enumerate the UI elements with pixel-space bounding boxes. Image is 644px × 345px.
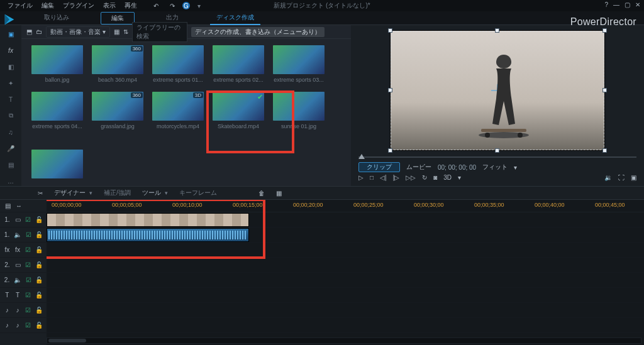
audio-lane-1[interactable] [47, 227, 644, 243]
loop-icon[interactable]: ↻ [422, 174, 427, 181]
popout-icon[interactable]: ▣ [631, 174, 636, 181]
track-header[interactable]: ♪♪☑🔓 [0, 318, 47, 333]
library-search-input[interactable]: ライブラリーの検索 [132, 22, 187, 42]
track-header[interactable]: 1.▭☑🔓 [0, 212, 47, 227]
lock-icon[interactable]: 🔓 [35, 307, 43, 314]
media-thumb[interactable]: 360beach 360.mp4 [92, 45, 143, 83]
visibility-toggle[interactable]: ☑ [25, 307, 31, 314]
tab-disc[interactable]: ディスク作成 [210, 11, 260, 25]
fix-enhance-button[interactable]: 補正/強調 [104, 189, 131, 197]
music-lane-2[interactable] [47, 318, 644, 333]
subtitle-icon[interactable]: … [6, 176, 16, 186]
tl-menu-icon[interactable]: ▤ [4, 202, 11, 209]
chapter-icon[interactable]: ▤ [6, 160, 16, 170]
particle-icon[interactable]: ✦ [6, 78, 16, 88]
visibility-toggle[interactable]: ☑ [25, 246, 31, 253]
lock-icon[interactable]: 🔓 [35, 216, 43, 223]
sort-icon[interactable]: ⇅ [123, 28, 128, 35]
menu-view[interactable]: 表示 [99, 0, 119, 11]
tab-import[interactable]: 取り込み [38, 11, 75, 25]
handle-n[interactable] [495, 28, 499, 33]
play-icon[interactable]: ▷ [358, 174, 364, 181]
pip-icon[interactable]: ◧ [6, 62, 16, 72]
help-circle-icon[interactable]: G [182, 2, 190, 9]
title-icon[interactable]: T [6, 94, 16, 104]
audio-clip[interactable] [47, 228, 249, 242]
track-header[interactable]: 1.🔈☑🔓 [0, 227, 47, 243]
visibility-toggle[interactable]: ☑ [25, 322, 31, 329]
redo-icon[interactable]: ↷ [166, 1, 179, 11]
voice-icon[interactable]: 🎤 [6, 143, 16, 153]
timeline-body[interactable]: 00;00;00;0000;00;05;0000;00;10;0000;00;1… [47, 200, 644, 345]
handle-se[interactable] [602, 148, 607, 153]
tool-dropdown[interactable]: ツール ▾ [142, 189, 168, 197]
menu-edit[interactable]: 編集 [38, 0, 58, 11]
scissors-icon[interactable]: ✂ [38, 190, 43, 197]
video-lane-1[interactable] [47, 212, 644, 227]
menu-file[interactable]: ファイル [4, 0, 36, 11]
tl-ruler-icon[interactable]: ↔ [15, 202, 23, 209]
media-thumb[interactable]: extreme sports 03... [273, 45, 325, 83]
scrubber-knob[interactable] [358, 154, 365, 159]
keyframe-button[interactable]: キーフレーム [179, 189, 217, 197]
visibility-toggle[interactable]: ☑ [25, 216, 31, 223]
fullscreen-icon[interactable]: ⛶ [618, 174, 625, 181]
media-thumb[interactable]: extreme sports 01... [152, 45, 204, 83]
media-thumb[interactable]: extreme sports 04... [31, 92, 83, 129]
snapshot-icon[interactable]: ◙ [433, 174, 437, 181]
fast-forward-icon[interactable]: ▷▷ [406, 174, 416, 181]
3d-toggle[interactable]: 3D [443, 174, 452, 181]
fx-icon[interactable]: fx [6, 45, 16, 55]
visibility-toggle[interactable]: ☑ [25, 277, 31, 283]
track-header[interactable]: 2.▭☑🔓 [0, 258, 47, 273]
chevron-down-icon[interactable]: ▾ [458, 174, 461, 181]
audio-mix-icon[interactable]: ♫ [6, 127, 16, 137]
scrollbar-thumb[interactable] [48, 339, 86, 342]
tab-edit[interactable]: 編集 [101, 12, 135, 25]
designer-dropdown[interactable]: デザイナー ▾ [54, 189, 92, 197]
view-grid-icon[interactable]: ▦ [114, 28, 119, 35]
media-thumb[interactable]: extreme sports 02... [213, 45, 264, 83]
track-header[interactable]: ♪♪☑🔓 [0, 303, 47, 318]
handle-nw[interactable] [388, 28, 392, 33]
movie-mode-label[interactable]: ムービー [406, 163, 431, 172]
trash-icon[interactable]: 🗑 [258, 190, 265, 197]
disc-menu-pill[interactable]: ディスクの作成、書き込み（メニューあり） [191, 27, 325, 37]
media-room-icon[interactable]: ▣ [6, 29, 16, 39]
title-lane[interactable] [47, 288, 644, 303]
handle-w[interactable] [388, 88, 392, 92]
handle-s[interactable] [495, 148, 499, 153]
lock-icon[interactable]: 🔓 [35, 292, 43, 298]
time-ruler[interactable]: 00;00;00;0000;00;05;0000;00;10;0000;00;1… [47, 200, 644, 212]
clip-mode-pill[interactable]: クリップ [358, 162, 400, 172]
menu-plugin[interactable]: プラグイン [59, 0, 98, 11]
media-thumb[interactable]: 360grassland.jpg [92, 92, 143, 129]
music-lane-1[interactable] [47, 303, 644, 318]
lock-icon[interactable]: 🔓 [35, 261, 43, 268]
media-thumb-extra[interactable] [31, 150, 83, 178]
visibility-toggle[interactable]: ☑ [25, 261, 31, 268]
lock-icon[interactable]: 🔓 [35, 246, 43, 253]
video-lane-2[interactable] [47, 258, 644, 273]
maximize-icon[interactable]: ▢ [625, 1, 630, 8]
lock-icon[interactable]: 🔓 [35, 231, 43, 238]
track-header[interactable]: 2.🔈☑🔓 [0, 273, 47, 288]
preview-scrubber[interactable] [358, 153, 636, 161]
media-filter-dropdown[interactable]: 動画・画像・音楽 ▾ [46, 26, 110, 38]
lock-icon[interactable]: 🔓 [35, 277, 43, 283]
volume-icon[interactable]: 🔉 [604, 174, 612, 181]
media-thumb[interactable]: sunrise 01.jpg [273, 92, 325, 129]
track-header[interactable]: fxfx☑🔓 [0, 243, 47, 258]
menu-play[interactable]: 再生 [121, 0, 141, 11]
fx-lane[interactable] [47, 243, 644, 258]
preview-canvas[interactable] [390, 30, 605, 151]
visibility-toggle[interactable]: ☑ [25, 231, 31, 238]
visibility-toggle[interactable]: ☑ [25, 292, 31, 298]
media-thumb[interactable]: 3Dmotorcycles.mp4 [152, 92, 204, 129]
handle-sw[interactable] [388, 148, 392, 153]
chevron-down-icon[interactable]: ▾ [514, 164, 517, 171]
minimize-icon[interactable]: — [613, 1, 619, 8]
track-header[interactable]: TT☑🔓 [0, 288, 47, 303]
undo-icon[interactable]: ↶ [150, 1, 162, 11]
video-clip[interactable] [47, 213, 249, 227]
